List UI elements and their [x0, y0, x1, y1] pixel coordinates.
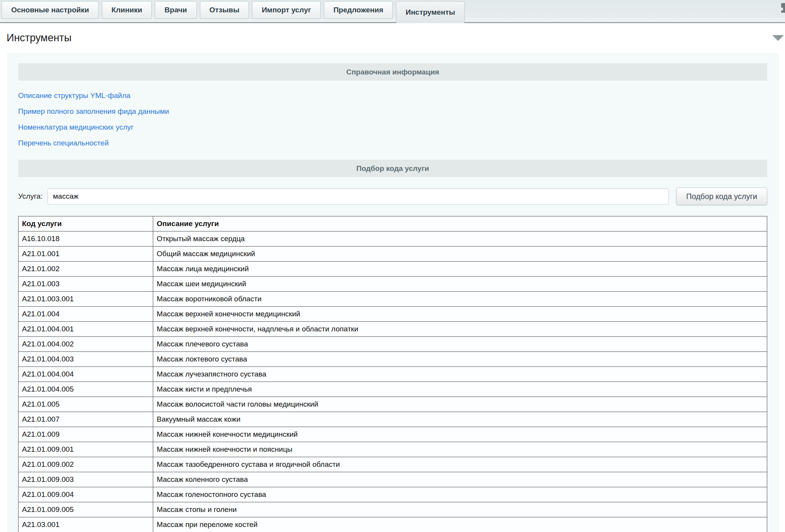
lookup-submit-button[interactable]: Подбор кода услуги	[676, 187, 767, 205]
table-cell: Массаж верхней конечности, надплечья и о…	[153, 322, 767, 337]
table-row: A21.01.009.002Массаж тазобедренного суст…	[19, 457, 767, 472]
tab-main-settings[interactable]: Основные настройки	[2, 1, 99, 19]
table-cell: Массаж при переломе костей	[153, 517, 767, 532]
table-row: A21.01.004.005Массаж кисти и предплечья	[19, 382, 767, 397]
tab-doctors[interactable]: Врачи	[155, 1, 196, 19]
table-cell: A21.01.009	[19, 427, 153, 442]
table-cell: Массаж шеи медицинский	[153, 277, 767, 292]
table-cell: Массаж нижней конечности и поясницы	[153, 442, 767, 457]
table-cell: Вакуумный массаж кожи	[153, 412, 767, 427]
tab-import-services[interactable]: Импорт услуг	[252, 1, 321, 19]
tab-bar: Основные настройкиКлиникиВрачиОтзывыИмпо…	[0, 0, 785, 23]
table-cell: Массаж локтевого сустава	[153, 352, 767, 367]
table-row: A21.01.005Массаж волосистой части головы…	[19, 397, 767, 412]
table-cell: Массаж воротниковой области	[153, 292, 767, 307]
table-row: A21.01.004.004Массаж лучезапястного суст…	[19, 367, 767, 382]
service-label: Услуга:	[18, 192, 42, 201]
pushpin-icon	[780, 3, 785, 20]
table-cell: A21.01.004.001	[19, 322, 153, 337]
table-row: A21.03.001Массаж при переломе костей	[19, 517, 767, 532]
section-header-reference: Справочная информация	[18, 63, 767, 81]
table-cell: Массаж тазобедренного сустава и ягодично…	[153, 457, 767, 472]
reference-link[interactable]: Перечень специальностей	[18, 138, 109, 148]
table-row: A21.01.004.003Массаж локтевого сустава	[19, 352, 767, 367]
table-cell: A21.03.001	[19, 517, 153, 532]
table-cell: Массаж верхней конечности медицинский	[153, 307, 767, 322]
table-row: A21.01.009.005Массаж стопы и голени	[19, 502, 767, 517]
table-row: A21.01.009.004Массаж голеностопного суст…	[19, 487, 767, 502]
column-header-description: Описание услуги	[153, 216, 767, 231]
table-cell: Массаж стопы и голени	[153, 502, 767, 517]
table-cell: A21.01.004.004	[19, 367, 153, 382]
reference-link[interactable]: Номенклатура медицинских услуг	[18, 122, 134, 132]
table-cell: Массаж лучезапястного сустава	[153, 367, 767, 382]
table-cell: A21.01.004.003	[19, 352, 153, 367]
column-header-code: Код услуги	[19, 216, 153, 231]
reference-link[interactable]: Описание структуры YML-файла	[18, 91, 130, 101]
tab-tools[interactable]: Инструменты	[396, 1, 465, 23]
table-cell: A21.01.002	[19, 262, 153, 277]
table-row: A21.01.009.003Массаж коленного сустава	[19, 472, 767, 487]
table-row: A21.01.004Массаж верхней конечности меди…	[19, 307, 767, 322]
table-row: A21.01.009Массаж нижней конечности медиц…	[19, 427, 767, 442]
tab-offers[interactable]: Предложения	[324, 1, 393, 19]
table-cell: Массаж голеностопного сустава	[153, 487, 767, 502]
table-cell: A21.01.003.001	[19, 292, 153, 307]
table-cell: A21.01.001	[19, 247, 153, 262]
table-header-row: Код услуги Описание услуги	[19, 216, 767, 231]
chevron-down-icon[interactable]	[772, 35, 784, 41]
table-cell: Массаж коленного сустава	[153, 472, 767, 487]
table-cell: A16.10.018	[19, 231, 153, 247]
table-cell: A21.01.009.005	[19, 502, 153, 517]
table-cell: A21.01.004.002	[19, 337, 153, 352]
table-row: A21.01.009.001Массаж нижней конечности и…	[19, 442, 767, 457]
table-row: A21.01.004.001Массаж верхней конечности,…	[19, 322, 767, 337]
tab-clinics[interactable]: Клиники	[102, 1, 152, 19]
table-cell: Массаж нижней конечности медицинский	[153, 427, 767, 442]
table-cell: Массаж лица медицинский	[153, 262, 767, 277]
table-cell: A21.01.005	[19, 397, 153, 412]
table-cell: A21.01.004.005	[19, 382, 153, 397]
table-cell: Массаж волосистой части головы медицинск…	[153, 397, 767, 412]
table-row: A21.01.003.001Массаж воротниковой област…	[19, 292, 767, 307]
service-codes-table: Код услуги Описание услуги A16.10.018Отк…	[18, 216, 767, 532]
table-cell: A21.01.009.003	[19, 472, 153, 487]
table-cell: Общий массаж медицинский	[153, 247, 767, 262]
table-row: A21.01.007Вакуумный массаж кожи	[19, 412, 767, 427]
table-cell: A21.01.004	[19, 307, 153, 322]
tab-reviews[interactable]: Отзывы	[200, 1, 249, 19]
table-row: A21.01.002Массаж лица медицинский	[19, 262, 767, 277]
page-title: Инструменты	[7, 32, 772, 44]
table-cell: A21.01.003	[19, 277, 153, 292]
service-input[interactable]	[47, 188, 669, 204]
table-cell: A21.01.007	[19, 412, 153, 427]
table-cell: Массаж плечевого сустава	[153, 337, 767, 352]
table-cell: Открытый массаж сердца	[153, 231, 767, 247]
table-row: A21.01.003Массаж шеи медицинский	[19, 277, 767, 292]
table-cell: A21.01.009.002	[19, 457, 153, 472]
table-cell: A21.01.009.001	[19, 442, 153, 457]
section-header-code-lookup: Подбор кода услуги	[18, 160, 767, 177]
title-bar: Инструменты	[0, 23, 785, 53]
lookup-form: Услуга: Подбор кода услуги	[18, 187, 767, 205]
reference-link[interactable]: Пример полного заполнения фида данными	[18, 106, 169, 117]
table-cell: A21.01.009.004	[19, 487, 153, 502]
content-panel: Справочная информация Описание структуры…	[7, 53, 779, 532]
table-row: A21.01.001Общий массаж медицинский	[19, 247, 767, 262]
reference-links: Описание структуры YML-файлаПример полно…	[18, 81, 767, 160]
table-row: A21.01.004.002Массаж плечевого сустава	[19, 337, 767, 352]
table-cell: Массаж кисти и предплечья	[153, 382, 767, 397]
table-row: A16.10.018Открытый массаж сердца	[19, 231, 767, 247]
